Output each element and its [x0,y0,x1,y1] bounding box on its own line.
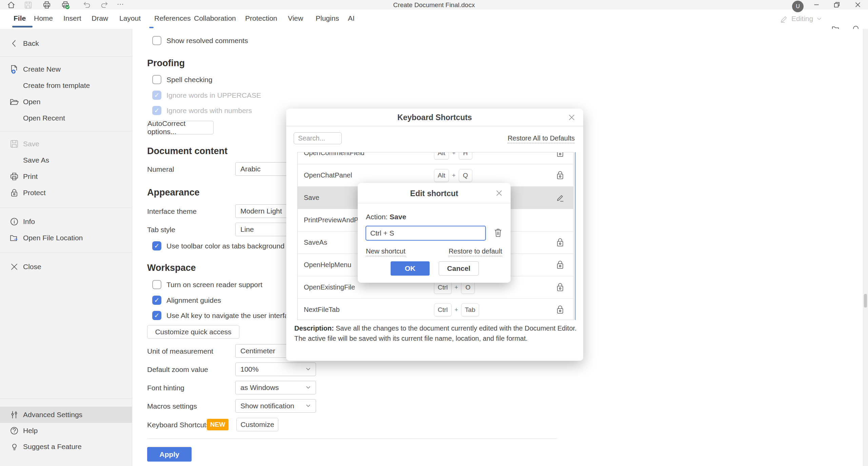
lock-icon [9,188,19,198]
tab-layout[interactable]: Layout [119,14,141,22]
sidebar-item-print[interactable]: Print [0,168,132,185]
question-icon [9,426,19,435]
sidebar-item-suggest-feature[interactable]: Suggest a Feature [0,439,132,455]
new-shortcut-link[interactable]: New shortcut [366,247,406,256]
editing-mode-control[interactable]: Editing [780,14,825,23]
shortcut-row[interactable]: OpenCommentField Alt+H [298,152,573,164]
shortcut-input[interactable] [366,226,486,241]
lock-icon [556,260,565,270]
shortcut-row[interactable]: NextFileTab Ctrl+Tab [298,299,573,320]
lightbulb-icon [9,442,19,451]
dialog-title: Edit shortcut [358,189,511,198]
checkbox-checked-disabled[interactable] [152,106,161,115]
menu-bar: File Home Insert Draw Layout References … [0,10,868,29]
sidebar-item-protect[interactable]: Protect [0,185,132,201]
show-resolved-comments-row[interactable]: Show resolved comments [147,36,248,45]
section-document-content: Document content [147,146,228,156]
lock-icon [556,238,565,248]
search-input[interactable] [294,132,342,144]
sidebar-item-create-from-template[interactable]: Create from template [0,77,132,94]
tab-insert[interactable]: Insert [63,14,81,22]
sidebar-item-info[interactable]: Info [0,213,132,230]
page-scrollbar[interactable] [863,29,868,466]
dialog-header: Keyboard Shortcuts [286,109,583,126]
macros-select[interactable]: Show notification [235,399,316,413]
checkbox-label: Ignore words in UPPERCASE [166,91,261,99]
customize-shortcuts-button[interactable]: Customize [236,418,278,431]
close-icon[interactable] [495,189,503,197]
customize-quick-access-button[interactable]: Customize quick access [147,325,239,339]
sidebar-item-open-recent[interactable]: Open Recent [0,110,132,126]
tab-home[interactable]: Home [34,14,53,22]
checkbox-unchecked[interactable] [152,75,161,84]
checkbox-checked[interactable] [152,296,161,305]
list-scrollbar[interactable] [575,152,576,320]
pencil-icon [780,14,789,23]
key-chip: Ctrl [434,281,452,294]
ok-button[interactable]: OK [391,261,430,276]
key-chip: Alt [434,152,449,160]
checkbox-label: Turn on screen reader support [166,281,262,289]
printer-icon [9,172,19,181]
close-icon[interactable] [568,113,576,122]
ignore-uppercase-row[interactable]: Ignore words in UPPERCASE [147,91,261,100]
sidebar-item-save[interactable]: Save [0,136,132,152]
edit-pencil-icon[interactable] [556,193,565,203]
checkbox-unchecked[interactable] [152,280,161,289]
tab-draw[interactable]: Draw [92,14,108,22]
sidebar-item-back[interactable]: Back [0,35,132,52]
action-value: Save [390,213,406,221]
sidebar-item-open[interactable]: Open [0,94,132,110]
collab-indicator [149,27,154,28]
tab-ai[interactable]: AI [348,14,355,22]
keyboard-shortcuts-label: Keyboard Shortcuts [147,421,210,429]
key-chip: Alt [434,169,449,182]
tab-collaboration[interactable]: Collaboration [194,14,236,22]
checkbox-checked[interactable] [152,241,161,250]
apply-button[interactable]: Apply [147,447,192,462]
chevron-down-icon [816,16,822,21]
tab-protection[interactable]: Protection [245,14,277,22]
avatar[interactable]: U [792,1,804,12]
checkbox-checked[interactable] [152,311,161,320]
autocorrect-options-button[interactable]: AutoCorrect options... [147,121,214,134]
sidebar-item-create-new[interactable]: Create New [0,61,132,77]
restore-all-link[interactable]: Restore All to Defaults [508,134,575,143]
close-window-button[interactable] [851,0,865,10]
tab-plugins[interactable]: Plugins [316,14,339,22]
trash-icon[interactable] [493,227,503,239]
checkbox-checked-disabled[interactable] [152,91,161,100]
key-chip: Tab [461,303,479,316]
checkbox-label: Alignment guides [166,296,221,304]
key-chip: O [461,281,475,294]
tab-view[interactable]: View [288,14,303,22]
spell-checking-row[interactable]: Spell checking [147,75,212,84]
zoom-select[interactable]: 100% [235,362,316,376]
active-tab-underline [12,26,33,27]
alignment-guides-row[interactable]: Alignment guides [147,296,221,305]
restore-default-link[interactable]: Restore to default [449,247,502,256]
sidebar-item-advanced-settings[interactable]: Advanced Settings [0,407,132,423]
new-badge: NEW [207,419,229,430]
checkbox-unchecked[interactable] [152,36,161,45]
info-icon [9,217,19,226]
toolbar-color-tabs-row[interactable]: Use toolbar color as tabs background [147,241,284,250]
title-bar: ⋯ Create Document Final.docx U [0,0,868,10]
sidebar-item-open-file-location[interactable]: Open File Location [0,230,132,246]
sidebar-item-close[interactable]: Close [0,259,132,275]
restore-button[interactable] [830,0,844,10]
sidebar-item-save-as[interactable]: Save As [0,152,132,168]
tab-file[interactable]: File [14,14,26,22]
sidebar-item-help[interactable]: Help [0,423,132,439]
shortcut-description: Description: Save all the changes to the… [294,323,578,343]
screen-reader-row[interactable]: Turn on screen reader support [147,280,262,289]
font-hinting-select[interactable]: as Windows [235,381,316,394]
cancel-button[interactable]: Cancel [439,261,479,276]
minimize-button[interactable] [810,0,823,10]
page-scrollbar-thumb[interactable] [864,294,867,307]
ignore-numbers-row[interactable]: Ignore words with numbers [147,106,252,115]
tab-references[interactable]: References [154,14,191,22]
lock-icon [556,305,565,315]
file-menu-sidebar: Back Create New Create from template Ope… [0,29,132,466]
floppy-icon [9,139,19,149]
